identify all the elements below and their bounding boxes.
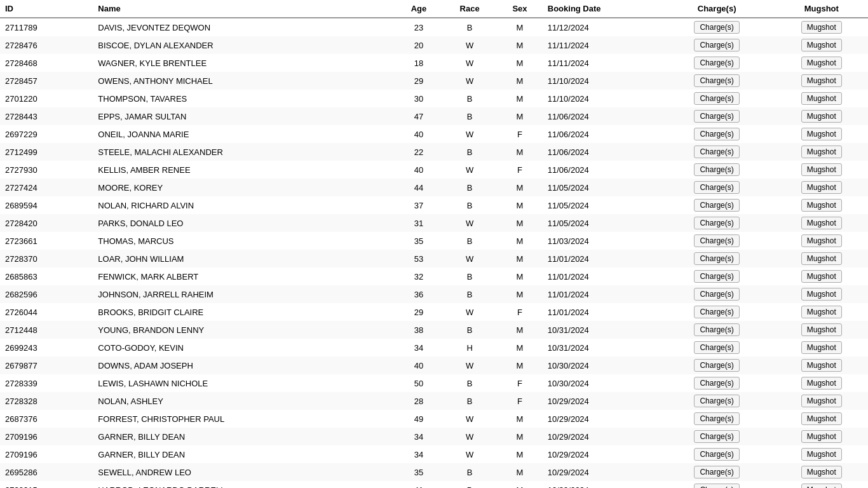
charges-button[interactable]: Charge(s) [694, 395, 739, 407]
charges-button[interactable]: Charge(s) [694, 21, 739, 34]
cell-mugshot[interactable]: Mugshot [775, 250, 868, 268]
charges-button[interactable]: Charge(s) [694, 359, 739, 372]
mugshot-button[interactable]: Mugshot [801, 306, 842, 318]
charges-button[interactable]: Charge(s) [694, 217, 739, 229]
charges-button[interactable]: Charge(s) [694, 484, 739, 488]
mugshot-button[interactable]: Mugshot [801, 181, 842, 194]
cell-charges[interactable]: Charge(s) [659, 374, 775, 392]
cell-mugshot[interactable]: Mugshot [775, 445, 868, 463]
charges-button[interactable]: Charge(s) [694, 199, 739, 212]
cell-mugshot[interactable]: Mugshot [775, 321, 868, 339]
mugshot-button[interactable]: Mugshot [801, 288, 842, 301]
cell-mugshot[interactable]: Mugshot [775, 90, 868, 107]
cell-mugshot[interactable]: Mugshot [775, 232, 868, 250]
cell-charges[interactable]: Charge(s) [659, 36, 775, 54]
mugshot-button[interactable]: Mugshot [801, 21, 842, 34]
cell-charges[interactable]: Charge(s) [659, 179, 775, 196]
cell-charges[interactable]: Charge(s) [659, 161, 775, 179]
cell-mugshot[interactable]: Mugshot [775, 428, 868, 445]
charges-button[interactable]: Charge(s) [694, 412, 739, 425]
mugshot-button[interactable]: Mugshot [801, 146, 842, 158]
charges-button[interactable]: Charge(s) [694, 181, 739, 194]
cell-charges[interactable]: Charge(s) [659, 18, 775, 36]
mugshot-button[interactable]: Mugshot [801, 484, 842, 488]
charges-button[interactable]: Charge(s) [694, 92, 739, 105]
charges-button[interactable]: Charge(s) [694, 466, 739, 478]
mugshot-button[interactable]: Mugshot [801, 234, 842, 247]
mugshot-button[interactable]: Mugshot [801, 252, 842, 265]
mugshot-button[interactable]: Mugshot [801, 412, 842, 425]
cell-charges[interactable]: Charge(s) [659, 250, 775, 268]
cell-charges[interactable]: Charge(s) [659, 356, 775, 374]
cell-charges[interactable]: Charge(s) [659, 125, 775, 143]
cell-mugshot[interactable]: Mugshot [775, 339, 868, 356]
cell-mugshot[interactable]: Mugshot [775, 481, 868, 488]
charges-button[interactable]: Charge(s) [694, 110, 739, 123]
mugshot-button[interactable]: Mugshot [801, 74, 842, 87]
cell-charges[interactable]: Charge(s) [659, 54, 775, 72]
cell-mugshot[interactable]: Mugshot [775, 285, 868, 303]
cell-mugshot[interactable]: Mugshot [775, 179, 868, 196]
cell-charges[interactable]: Charge(s) [659, 392, 775, 410]
cell-charges[interactable]: Charge(s) [659, 303, 775, 321]
cell-mugshot[interactable]: Mugshot [775, 72, 868, 90]
cell-mugshot[interactable]: Mugshot [775, 392, 868, 410]
mugshot-button[interactable]: Mugshot [801, 128, 842, 140]
cell-charges[interactable]: Charge(s) [659, 107, 775, 125]
cell-charges[interactable]: Charge(s) [659, 339, 775, 356]
cell-charges[interactable]: Charge(s) [659, 463, 775, 481]
cell-mugshot[interactable]: Mugshot [775, 36, 868, 54]
cell-charges[interactable]: Charge(s) [659, 214, 775, 232]
mugshot-button[interactable]: Mugshot [801, 377, 842, 390]
cell-charges[interactable]: Charge(s) [659, 481, 775, 488]
cell-charges[interactable]: Charge(s) [659, 196, 775, 214]
mugshot-button[interactable]: Mugshot [801, 39, 842, 51]
cell-mugshot[interactable]: Mugshot [775, 196, 868, 214]
mugshot-button[interactable]: Mugshot [801, 341, 842, 354]
cell-mugshot[interactable]: Mugshot [775, 214, 868, 232]
mugshot-button[interactable]: Mugshot [801, 199, 842, 212]
cell-mugshot[interactable]: Mugshot [775, 161, 868, 179]
cell-charges[interactable]: Charge(s) [659, 268, 775, 285]
mugshot-button[interactable]: Mugshot [801, 466, 842, 478]
mugshot-button[interactable]: Mugshot [801, 217, 842, 229]
cell-mugshot[interactable]: Mugshot [775, 125, 868, 143]
mugshot-button[interactable]: Mugshot [801, 163, 842, 176]
cell-mugshot[interactable]: Mugshot [775, 107, 868, 125]
cell-charges[interactable]: Charge(s) [659, 232, 775, 250]
cell-charges[interactable]: Charge(s) [659, 321, 775, 339]
charges-button[interactable]: Charge(s) [694, 323, 739, 336]
mugshot-button[interactable]: Mugshot [801, 430, 842, 443]
charges-button[interactable]: Charge(s) [694, 234, 739, 247]
mugshot-button[interactable]: Mugshot [801, 57, 842, 69]
mugshot-button[interactable]: Mugshot [801, 359, 842, 372]
cell-mugshot[interactable]: Mugshot [775, 356, 868, 374]
mugshot-button[interactable]: Mugshot [801, 110, 842, 123]
cell-mugshot[interactable]: Mugshot [775, 143, 868, 161]
cell-mugshot[interactable]: Mugshot [775, 54, 868, 72]
cell-charges[interactable]: Charge(s) [659, 72, 775, 90]
cell-mugshot[interactable]: Mugshot [775, 374, 868, 392]
cell-charges[interactable]: Charge(s) [659, 445, 775, 463]
charges-button[interactable]: Charge(s) [694, 448, 739, 461]
charges-button[interactable]: Charge(s) [694, 377, 739, 390]
mugshot-button[interactable]: Mugshot [801, 395, 842, 407]
cell-charges[interactable]: Charge(s) [659, 410, 775, 428]
cell-mugshot[interactable]: Mugshot [775, 268, 868, 285]
mugshot-button[interactable]: Mugshot [801, 92, 842, 105]
charges-button[interactable]: Charge(s) [694, 341, 739, 354]
cell-mugshot[interactable]: Mugshot [775, 463, 868, 481]
charges-button[interactable]: Charge(s) [694, 74, 739, 87]
cell-charges[interactable]: Charge(s) [659, 143, 775, 161]
charges-button[interactable]: Charge(s) [694, 288, 739, 301]
cell-charges[interactable]: Charge(s) [659, 285, 775, 303]
mugshot-button[interactable]: Mugshot [801, 323, 842, 336]
cell-charges[interactable]: Charge(s) [659, 90, 775, 107]
mugshot-button[interactable]: Mugshot [801, 448, 842, 461]
charges-button[interactable]: Charge(s) [694, 146, 739, 158]
charges-button[interactable]: Charge(s) [694, 163, 739, 176]
mugshot-button[interactable]: Mugshot [801, 270, 842, 283]
charges-button[interactable]: Charge(s) [694, 306, 739, 318]
charges-button[interactable]: Charge(s) [694, 270, 739, 283]
charges-button[interactable]: Charge(s) [694, 39, 739, 51]
